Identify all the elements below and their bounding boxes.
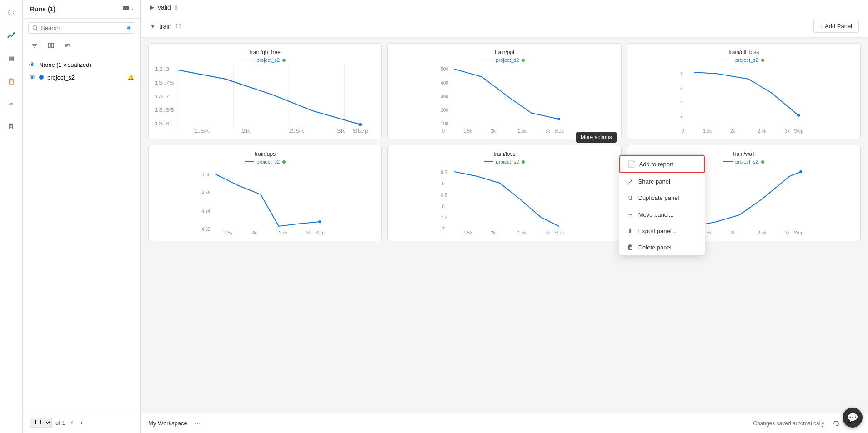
train-toggle[interactable]: ▼: [150, 23, 156, 30]
svg-text:13.8: 13.8: [154, 67, 170, 72]
menu-move-panel[interactable]: → Move panel...: [619, 206, 705, 223]
chart-loss: train/loss project_s2 9.5 9 8.5 8 7.5 7: [387, 145, 621, 241]
sidebar: Runs (1) › ✱: [23, 0, 141, 433]
svg-text:Step: Step: [554, 230, 564, 235]
svg-text:100: 100: [441, 121, 448, 126]
run-color-dot: [39, 75, 44, 80]
run-eye-icon: 👁: [29, 74, 35, 81]
train-count: 12: [175, 23, 181, 30]
legend-dot5: [522, 160, 525, 164]
train-label: train: [159, 23, 171, 30]
table-icon[interactable]: ▦: [4, 51, 19, 65]
svg-text:2k: 2k: [730, 230, 736, 235]
svg-text:8: 8: [680, 70, 683, 75]
add-panel-button[interactable]: + Add Panel: [813, 20, 859, 33]
svg-point-38: [557, 118, 560, 120]
train-section-header: ▼ train 12 + Add Panel: [141, 15, 868, 38]
svg-text:2.5k: 2.5k: [758, 230, 767, 235]
menu-add-to-report-label: Add to report: [639, 161, 673, 168]
main-content: ▶ valid 8 ▼ train 12 + Add Panel train/g…: [141, 0, 868, 433]
menu-add-to-report[interactable]: 📄 Add to report: [619, 155, 705, 173]
chart-loss-title: train/loss: [393, 151, 615, 157]
context-menu: 📄 Add to report ↗ Share panel ⧉ Duplicat…: [619, 154, 705, 256]
menu-share-panel[interactable]: ↗ Share panel: [619, 173, 705, 189]
sidebar-pagination: 1-1 of 1 ‹ ›: [23, 412, 140, 433]
alert-icon[interactable]: 🔔: [127, 74, 134, 80]
info-icon[interactable]: ⓘ: [4, 5, 19, 20]
add-panel-label: + Add Panel: [820, 23, 852, 30]
saved-label: Changes saved automatically: [753, 420, 824, 427]
sidebar-name-row[interactable]: 👁 Name (1 visualized): [23, 58, 140, 71]
search-icon: [32, 25, 38, 31]
undo-button[interactable]: [830, 417, 843, 430]
page-select[interactable]: 1-1: [30, 418, 52, 428]
database-icon[interactable]: 🗄: [4, 119, 19, 134]
svg-point-7: [33, 26, 37, 30]
legend-line6: [723, 161, 733, 162]
columns-button[interactable]: [45, 39, 57, 52]
legend-line: [245, 60, 254, 60]
workspace-more-button[interactable]: ⋯: [191, 417, 204, 430]
svg-text:7.5: 7.5: [441, 215, 447, 220]
more-actions-tooltip: More actions: [576, 132, 617, 143]
chart-nll-loss-legend: project_s2: [633, 57, 855, 63]
search-input[interactable]: [41, 25, 124, 31]
chart-ups-legend: project_s2: [154, 159, 376, 164]
svg-text:4.54: 4.54: [201, 209, 211, 214]
workspace-name: My Workspace: [148, 420, 187, 427]
menu-duplicate-panel[interactable]: ⧉ Duplicate panel: [619, 189, 705, 206]
svg-text:4.56: 4.56: [201, 190, 211, 195]
menu-move-panel-label: Move panel...: [638, 211, 674, 218]
prev-page-button[interactable]: ‹: [69, 418, 75, 428]
icon-bar: ⓘ ▦ 📋 ✏ 🗄: [0, 0, 23, 433]
of-label: of 1: [55, 419, 65, 426]
svg-text:4.58: 4.58: [201, 172, 211, 177]
pen-icon[interactable]: ✏: [4, 96, 19, 111]
chart-gb-free: train/gb_free project_s2 13.8 13.75 13.7…: [148, 43, 382, 139]
filter-active-icon[interactable]: ✱: [127, 25, 131, 31]
svg-text:2k: 2k: [491, 129, 496, 134]
eye-icon: 👁: [29, 61, 35, 68]
sidebar-toolbar: [23, 37, 140, 55]
svg-rect-6: [127, 8, 129, 10]
charts-grid: train/gb_free project_s2 13.8 13.75 13.7…: [148, 43, 861, 241]
menu-duplicate-panel-label: Duplicate panel: [638, 194, 679, 201]
chart-ppl-legend: project_s2: [393, 57, 615, 63]
valid-toggle[interactable]: ▶: [150, 4, 154, 10]
share-icon: ↗: [627, 178, 634, 185]
next-page-button[interactable]: ›: [79, 418, 85, 428]
filter-button[interactable]: [28, 39, 41, 52]
table-view-icon[interactable]: ›: [122, 5, 133, 13]
svg-rect-3: [127, 6, 129, 8]
menu-export-panel-label: Export panel...: [638, 228, 677, 234]
svg-text:13.65: 13.65: [154, 108, 174, 113]
svg-point-59: [318, 220, 321, 223]
svg-rect-2: [125, 6, 127, 8]
svg-rect-1: [123, 6, 125, 8]
add-report-icon: 📄: [627, 160, 635, 168]
svg-text:Step: Step: [315, 230, 325, 235]
chart-ppl-svg: 500 400 300 200 100 0 Step 1.5k 2k 2.5k …: [393, 65, 615, 134]
search-box: ✱: [28, 22, 135, 34]
svg-text:4.52: 4.52: [201, 227, 211, 232]
svg-text:Step: Step: [794, 129, 803, 134]
notes-icon[interactable]: 📋: [4, 74, 19, 88]
sidebar-run-item[interactable]: 👁 project_s2 🔔: [23, 71, 140, 84]
legend-dot6: [761, 160, 764, 164]
chart-icon[interactable]: [4, 28, 19, 43]
menu-share-panel-label: Share panel: [638, 178, 670, 185]
sort-button[interactable]: [61, 39, 74, 52]
chat-bubble[interactable]: 💬: [843, 408, 863, 428]
chart-loss-legend: project_s2: [393, 159, 615, 164]
svg-point-26: [358, 123, 362, 126]
svg-text:13.6: 13.6: [154, 121, 170, 126]
legend-dot2: [522, 59, 525, 62]
svg-text:3k: 3k: [785, 129, 790, 134]
svg-text:400: 400: [441, 80, 448, 85]
menu-delete-panel[interactable]: 🗑 Delete panel: [619, 239, 705, 255]
svg-text:2k: 2k: [251, 230, 257, 235]
menu-export-panel[interactable]: ⬇ Export panel...: [619, 223, 705, 239]
svg-text:3k: 3k: [545, 230, 551, 235]
svg-text:1.5k: 1.5k: [703, 129, 712, 134]
chart-loss-svg: 9.5 9 8.5 8 7.5 7 Step 1.5k 2k 2.5k 3k: [393, 167, 615, 235]
